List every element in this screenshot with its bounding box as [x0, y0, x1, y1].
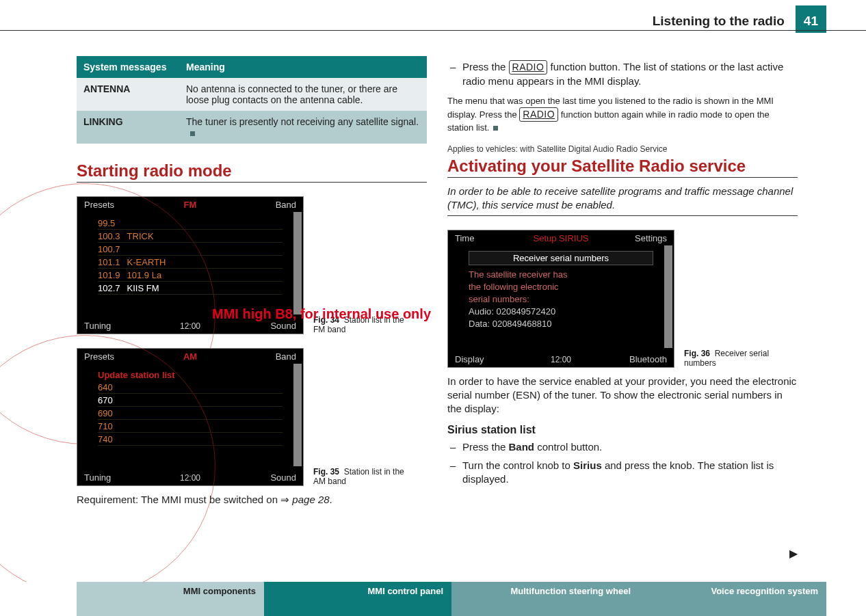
instruction-item: Press the Band control button.: [447, 440, 798, 454]
left-column: System mes­sages Meaning ANTENNA No ante…: [77, 56, 427, 560]
table-row-label: ANTENNA: [77, 78, 179, 111]
table-row-meaning: No antenna is connected to the tuner, or…: [179, 78, 427, 111]
mmi-dialog-title: Receiver serial numbers: [469, 251, 653, 265]
mmi-clock: 12:00: [77, 473, 303, 483]
tab-voice-recognition[interactable]: Voice recognition system: [639, 582, 826, 616]
radio-button-key: RADIO: [519, 107, 558, 122]
continue-arrow-icon: ▶: [789, 547, 798, 560]
mmi-band-label: FM: [77, 200, 303, 210]
instruction-item: Press the RADIO function button. The lis…: [447, 60, 798, 88]
tab-mmi-components[interactable]: MMI components: [77, 582, 264, 616]
section-end-marker-icon: [493, 126, 498, 131]
mmi-clock: 12:00: [77, 321, 303, 331]
fig36-caption: Fig. 36 Receiver serial numbers: [684, 349, 787, 368]
image-ref-tag: [293, 212, 302, 314]
system-messages-table: System mes­sages Meaning ANTENNA No ante…: [77, 56, 427, 144]
tab-mmi-control-panel[interactable]: MMI control panel: [264, 582, 451, 616]
image-ref-tag: [293, 364, 302, 466]
section-intro: In order to be able to receive satellite…: [447, 185, 798, 216]
section-end-marker-icon: [190, 131, 195, 136]
section-heading-activating-sat: Activating your Satellite Radio service: [447, 157, 798, 178]
mmi-corner-sound: Sound: [270, 472, 296, 483]
radio-button-key: RADIO: [509, 60, 548, 75]
fig35-screenshot: Presets AM Band Tuning 12:00 Sound Updat…: [77, 348, 304, 486]
table-row: ANTENNA No antenna is connected to the t…: [77, 78, 427, 111]
paragraph-text: The menu that was open the last time you…: [447, 95, 798, 133]
page-number-badge: 41: [796, 5, 826, 33]
paragraph-text: In order to have the service enabled at …: [447, 375, 798, 416]
right-column: Press the RADIO function button. The lis…: [447, 56, 798, 560]
instruction-item: Turn the control knob to Sirius and pres…: [447, 459, 798, 487]
table-row-meaning: The tuner is presently not receiving any…: [179, 111, 427, 144]
tab-multifunction-wheel[interactable]: Multifunction steering wheel: [451, 582, 639, 616]
mmi-corner-bluetooth: Bluetooth: [629, 354, 667, 364]
mmi-band-label: AM: [77, 351, 303, 362]
fig34-caption: Fig. 34 Station list in the FM band: [313, 315, 416, 334]
footer-tabs: MMI components MMI control panel Multifu…: [0, 582, 866, 616]
mmi-corner-settings: Settings: [635, 233, 667, 243]
mmi-corner-sound: Sound: [270, 321, 296, 331]
table-row: LINKING The tuner is presently not recei…: [77, 111, 427, 144]
mmi-corner-band: Band: [276, 351, 296, 362]
table-row-label: LINKING: [77, 111, 179, 144]
fig34-screenshot: Presets FM Band Tuning 12:00 Sound 99.5 …: [77, 196, 304, 334]
fig35-caption: Fig. 35 Station list in the AM band: [313, 467, 416, 486]
mmi-corner-band: Band: [276, 200, 296, 210]
table-header-meaning: Meaning: [179, 56, 427, 78]
section-heading-starting-radio: Starting radio mode: [77, 161, 427, 183]
table-header-sysmsg: System mes­sages: [77, 56, 179, 78]
subheading-sirius-station-list: Sirius station list: [447, 424, 798, 436]
applies-to-note: Applies to vehicles: with Satellite Digi…: [447, 144, 798, 154]
fig36-screenshot: Time Setup SIRIUS Settings Display 12:00…: [447, 230, 674, 368]
image-ref-tag: [664, 245, 672, 348]
